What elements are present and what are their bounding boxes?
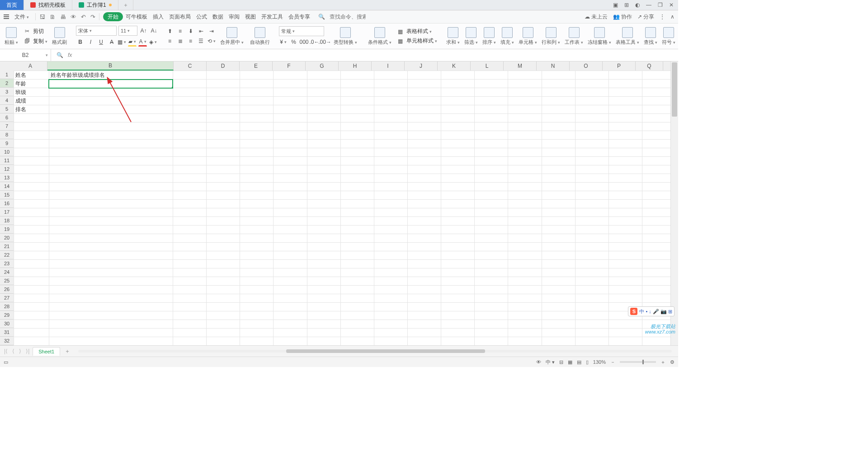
eye-icon[interactable]: 👁 xyxy=(536,359,541,365)
name-box[interactable]: B2 xyxy=(0,49,51,61)
copy-icon[interactable]: 🗐 xyxy=(23,37,31,46)
cloud-status[interactable]: ☁ 未上云 xyxy=(585,13,608,21)
tool-button[interactable]: 填充 xyxy=(499,27,516,46)
menu-tab[interactable]: 视图 xyxy=(242,12,259,21)
menu-tab[interactable]: 页面布局 xyxy=(166,12,193,21)
view-page-icon[interactable]: ▤ xyxy=(577,359,581,365)
menu-tab[interactable]: 开始 xyxy=(103,12,123,21)
menu-tab[interactable]: 开发工具 xyxy=(259,12,286,21)
view-normal-icon[interactable]: ▦ xyxy=(568,359,572,365)
phonetic-icon[interactable]: ◈ xyxy=(149,38,157,46)
merge-center-button[interactable]: 合并居中 xyxy=(218,27,245,46)
align-bot-icon[interactable]: ⬇ xyxy=(186,27,195,36)
tool-button[interactable]: 工作表 xyxy=(563,27,585,46)
close-icon[interactable]: ✕ xyxy=(669,2,674,8)
align-top-icon[interactable]: ⬆ xyxy=(165,27,174,36)
align-right-icon[interactable]: ≡ xyxy=(186,37,195,46)
settings-icon[interactable]: ⚙ xyxy=(670,359,675,365)
vertical-scrollbar[interactable] xyxy=(670,61,678,345)
menu-chevron-icon[interactable]: ∧ xyxy=(670,14,675,20)
copy-button[interactable]: 复制 xyxy=(33,38,47,45)
align-left-icon[interactable]: ≡ xyxy=(165,37,174,46)
number-format-select[interactable]: 常规 xyxy=(279,26,324,36)
strike-icon[interactable]: A̶ xyxy=(107,38,116,46)
formula-input[interactable] xyxy=(77,49,678,61)
fill-color-icon[interactable]: ▰ xyxy=(128,37,137,47)
indent-inc-icon[interactable]: ⇥ xyxy=(207,27,216,36)
sheet-nav-prev-icon[interactable]: ⟨ xyxy=(11,348,16,354)
format-painter-button[interactable]: 格式刷 xyxy=(50,27,69,46)
align-mid-icon[interactable]: ≡ xyxy=(176,27,184,36)
style-button[interactable]: 表格样式 xyxy=(406,28,432,35)
status-book-icon[interactable]: ▭ xyxy=(4,359,8,365)
zoom-in-icon[interactable]: ＋ xyxy=(660,359,665,366)
maximize-icon[interactable]: ❐ xyxy=(658,2,663,8)
cell-grid[interactable]: 姓名姓名年龄班级成绩排名年龄班级成绩排名 xyxy=(14,70,671,345)
inc-font-icon[interactable]: A↑ xyxy=(139,27,148,35)
sheet-tab[interactable]: Sheet1 xyxy=(33,347,60,356)
cond-format-button[interactable]: 条件格式 xyxy=(366,27,393,46)
menu-tab[interactable]: 审阅 xyxy=(226,12,242,21)
orientation-icon[interactable]: ⟲ xyxy=(207,37,216,46)
zoom-value[interactable]: 130% xyxy=(593,359,606,365)
tab-add[interactable]: ＋ xyxy=(118,0,133,10)
collab-button[interactable]: 👥 协作 xyxy=(613,13,632,21)
scissors-icon[interactable]: ✂ xyxy=(23,27,31,36)
menu-tab[interactable]: 数据 xyxy=(210,12,226,21)
command-search-input[interactable] xyxy=(329,13,367,20)
cut-button[interactable]: 剪切 xyxy=(33,28,44,35)
undo-icon[interactable]: ↶ xyxy=(81,14,86,20)
dec-inc-icon[interactable]: .0← xyxy=(310,38,319,46)
tool-button[interactable]: 符号 xyxy=(660,27,677,46)
menu-tab[interactable]: 公式 xyxy=(193,12,210,21)
tool-button[interactable]: 求和 xyxy=(444,27,462,46)
dec-dec-icon[interactable]: .00→ xyxy=(321,38,329,46)
tab-templates[interactable]: 找稻壳模板 xyxy=(24,0,72,10)
print-icon[interactable]: 🖶 xyxy=(60,14,66,20)
box-icon[interactable]: ▣ xyxy=(613,2,618,8)
font-name-select[interactable]: 宋体 xyxy=(76,26,117,36)
column-headers[interactable]: ABCDEFGHIJKLMNOPQ xyxy=(14,61,671,71)
file-menu[interactable]: 文件 xyxy=(12,12,32,22)
ime-toolbar[interactable]: S中 • ↓ 🎤 📷 ⊞ xyxy=(628,306,675,316)
type-convert-button[interactable]: 类型转换 xyxy=(332,27,359,46)
dash-icon[interactable]: ⊟ xyxy=(559,359,563,365)
saveas-icon[interactable]: 🗎 xyxy=(50,14,56,20)
tool-button[interactable]: 排序 xyxy=(481,27,498,46)
tool-button[interactable]: 冻结窗格 xyxy=(586,27,613,46)
indent-dec-icon[interactable]: ⇤ xyxy=(197,27,205,36)
tool-button[interactable]: 筛选 xyxy=(462,27,480,46)
zoom-fx-icon[interactable]: 🔍 xyxy=(57,52,63,58)
zoom-slider[interactable] xyxy=(620,361,656,363)
currency-icon[interactable]: ¥ xyxy=(279,38,288,46)
align-justify-icon[interactable]: ☰ xyxy=(197,37,205,46)
zoom-out-icon[interactable]: － xyxy=(610,359,615,366)
sheet-nav-next-icon[interactable]: ⟩ xyxy=(18,348,23,354)
minimize-icon[interactable]: — xyxy=(646,2,651,8)
italic-icon[interactable]: I xyxy=(86,38,95,46)
preview-icon[interactable]: 👁 xyxy=(71,14,76,20)
fx-icon[interactable]: fx xyxy=(68,52,72,58)
paste-button[interactable]: 粘贴 xyxy=(3,27,20,46)
hamburger-icon[interactable] xyxy=(4,14,9,19)
row-headers[interactable]: 1234567891011121314151617181920212223242… xyxy=(0,70,14,345)
menu-more-icon[interactable]: ⋮ xyxy=(660,14,665,20)
tool-button[interactable]: 单元格 xyxy=(517,27,539,46)
user-icon[interactable]: ◐ xyxy=(635,2,640,8)
grid-icon[interactable]: ⊞ xyxy=(624,2,629,8)
wrap-text-button[interactable]: 自动换行 xyxy=(248,27,272,46)
percent-icon[interactable]: % xyxy=(289,38,298,46)
align-center-icon[interactable]: ≣ xyxy=(176,37,184,46)
save-icon[interactable]: 🖫 xyxy=(39,14,45,20)
tool-button[interactable]: 表格工具 xyxy=(614,27,641,46)
menu-tab[interactable]: 插入 xyxy=(150,12,166,21)
tool-button[interactable]: 行和列 xyxy=(540,27,562,46)
dec-font-icon[interactable]: A↓ xyxy=(150,27,158,35)
comma-icon[interactable]: 000 xyxy=(300,38,308,46)
underline-icon[interactable]: U xyxy=(97,38,105,46)
menu-tab[interactable]: 会员专享 xyxy=(286,12,313,21)
share-button[interactable]: ↗ 分享 xyxy=(637,13,654,21)
font-size-select[interactable]: 11 xyxy=(118,26,137,36)
menu-tab[interactable]: 可牛模板 xyxy=(123,12,150,21)
tool-button[interactable]: 查找 xyxy=(642,27,659,46)
